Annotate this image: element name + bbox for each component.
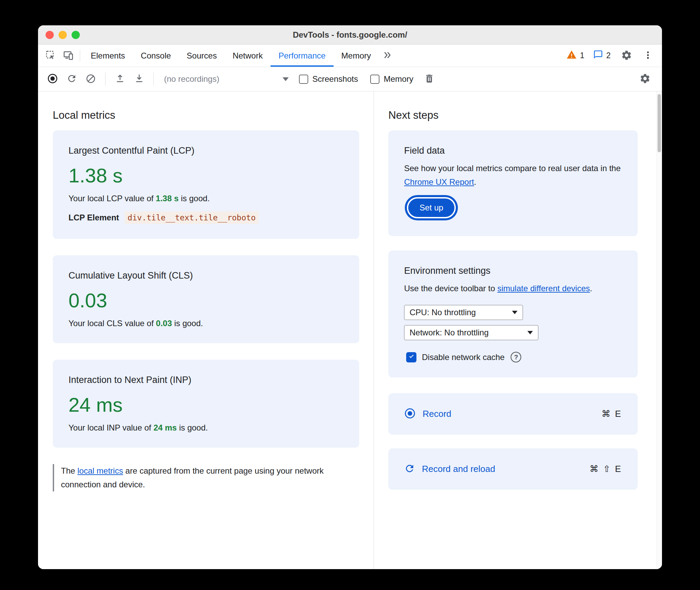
record-reload-card-left: Record and reload bbox=[404, 463, 495, 475]
memory-checkbox[interactable]: Memory bbox=[370, 74, 413, 84]
inspect-element-button[interactable] bbox=[41, 44, 59, 67]
device-toolbar-button[interactable] bbox=[59, 44, 77, 67]
scrollbar-thumb[interactable] bbox=[658, 94, 661, 152]
simulate-devices-link[interactable]: simulate different devices bbox=[497, 284, 590, 293]
inp-value: 24 ms bbox=[68, 394, 343, 416]
record-and-reload-button[interactable] bbox=[63, 73, 80, 85]
collect-garbage-button[interactable] bbox=[420, 73, 438, 85]
tab-sources[interactable]: Sources bbox=[179, 44, 225, 67]
minimize-window-button[interactable] bbox=[59, 31, 67, 39]
inp-desc-text: is good. bbox=[177, 423, 208, 432]
record-card-label: Record bbox=[423, 409, 451, 419]
gear-icon bbox=[639, 73, 651, 85]
kebab-menu-icon bbox=[643, 50, 653, 61]
record-card[interactable]: Record ⌘ E bbox=[388, 393, 638, 435]
environment-settings-description: Use the device toolbar to simulate diffe… bbox=[404, 282, 622, 295]
tab-console[interactable]: Console bbox=[133, 44, 179, 67]
record-shortcut: ⌘ E bbox=[601, 409, 622, 419]
field-data-text: See how your local metrics compare to re… bbox=[404, 164, 621, 173]
next-steps-column: Next steps Field data See how your local… bbox=[374, 91, 662, 569]
lcp-element-label: LCP Element bbox=[68, 213, 119, 222]
field-data-card: Field data See how your local metrics co… bbox=[388, 130, 638, 236]
inp-desc-text: Your local INP value of bbox=[68, 423, 153, 432]
recordings-dropdown[interactable]: (no recordings) bbox=[159, 74, 292, 84]
screenshots-checkbox-label: Screenshots bbox=[312, 74, 358, 84]
checkbox-unchecked-icon bbox=[299, 75, 308, 84]
checkmark-icon bbox=[408, 353, 415, 361]
cls-card-title: Cumulative Layout Shift (CLS) bbox=[68, 270, 343, 281]
inp-description: Your local INP value of 24 ms is good. bbox=[68, 423, 343, 433]
cpu-throttling-select[interactable]: CPU: No throttling bbox=[404, 305, 523, 320]
chevron-down-icon bbox=[283, 77, 289, 81]
save-profile-button[interactable] bbox=[130, 73, 148, 85]
checkbox-unchecked-icon bbox=[370, 75, 379, 84]
lcp-card-title: Largest Contentful Paint (LCP) bbox=[68, 145, 343, 156]
issues-counter[interactable]: 2 bbox=[593, 50, 611, 62]
issues-count-label: 2 bbox=[606, 51, 611, 60]
disable-cache-label: Disable network cache bbox=[422, 352, 504, 362]
reload-icon bbox=[404, 463, 415, 475]
disable-cache-checkbox[interactable] bbox=[406, 352, 416, 362]
toolbar-separator bbox=[105, 73, 105, 86]
warnings-counter[interactable]: 1 bbox=[566, 50, 584, 62]
chevron-down-icon bbox=[527, 331, 533, 334]
recordings-dropdown-value: (no recordings) bbox=[164, 74, 219, 84]
block-icon bbox=[86, 74, 96, 85]
load-profile-button[interactable] bbox=[111, 73, 129, 85]
record-and-reload-card[interactable]: Record and reload ⌘ ⇧ E bbox=[388, 448, 638, 490]
reload-icon bbox=[66, 73, 77, 85]
tab-network[interactable]: Network bbox=[225, 44, 271, 67]
lcp-value: 1.38 s bbox=[68, 164, 343, 187]
cls-description: Your local CLS value of 0.03 is good. bbox=[68, 319, 343, 328]
tab-label: Elements bbox=[91, 51, 125, 61]
lcp-description: Your local LCP value of 1.38 s is good. bbox=[68, 194, 343, 203]
issues-chat-bubble-icon bbox=[593, 50, 603, 62]
network-throttling-select[interactable]: Network: No throttling bbox=[404, 325, 538, 340]
screenshots-checkbox[interactable]: Screenshots bbox=[299, 74, 358, 84]
double-chevron-right-icon bbox=[383, 50, 393, 61]
cls-card: Cumulative Layout Shift (CLS) 0.03 Your … bbox=[53, 255, 359, 343]
scrollbar-track[interactable] bbox=[657, 91, 662, 569]
record-button[interactable] bbox=[43, 73, 61, 85]
chrome-ux-report-link[interactable]: Chrome UX Report bbox=[404, 177, 474, 187]
clear-recordings-button[interactable] bbox=[82, 74, 100, 85]
tab-elements[interactable]: Elements bbox=[83, 44, 133, 67]
set-up-button[interactable]: Set up bbox=[408, 198, 454, 217]
performance-toolbar: (no recordings) Screenshots Memory bbox=[38, 67, 662, 91]
capture-settings-button[interactable] bbox=[636, 73, 654, 85]
traffic-lights bbox=[46, 25, 80, 44]
local-metrics-column: Local metrics Largest Contentful Paint (… bbox=[38, 91, 374, 569]
lcp-element-row: LCP Element div.tile__text.tile__roboto bbox=[68, 211, 343, 224]
network-throttling-value: Network: No throttling bbox=[410, 328, 489, 337]
more-tabs-button[interactable] bbox=[379, 44, 397, 67]
tab-label: Network bbox=[233, 51, 263, 61]
help-icon[interactable]: ? bbox=[511, 352, 521, 362]
close-window-button[interactable] bbox=[46, 31, 54, 39]
record-reload-card-label: Record and reload bbox=[422, 464, 495, 474]
lcp-desc-text: is good. bbox=[179, 194, 210, 203]
window-title: DevTools - fonts.google.com/ bbox=[293, 30, 407, 40]
trash-icon bbox=[424, 73, 435, 85]
next-steps-heading: Next steps bbox=[388, 109, 638, 121]
tab-label: Sources bbox=[187, 51, 217, 61]
performance-panel-content: Local metrics Largest Contentful Paint (… bbox=[38, 91, 662, 569]
zoom-window-button[interactable] bbox=[72, 31, 80, 39]
inp-desc-value: 24 ms bbox=[153, 423, 177, 432]
environment-text: Use the device toolbar to bbox=[404, 284, 497, 293]
cpu-throttling-value: CPU: No throttling bbox=[410, 308, 476, 317]
inspect-cursor-icon bbox=[45, 50, 56, 62]
record-card-left: Record bbox=[404, 408, 451, 421]
devtools-settings-button[interactable] bbox=[620, 50, 633, 62]
warnings-count-label: 1 bbox=[580, 51, 584, 60]
tab-performance[interactable]: Performance bbox=[271, 44, 333, 67]
throttling-selects: CPU: No throttling Network: No throttlin… bbox=[404, 305, 622, 340]
lcp-element-selector-link[interactable]: div.tile__text.tile__roboto bbox=[125, 211, 259, 224]
tab-memory[interactable]: Memory bbox=[334, 44, 379, 67]
tab-label: Console bbox=[141, 51, 171, 61]
local-metrics-link[interactable]: local metrics bbox=[77, 466, 123, 475]
environment-settings-card: Environment settings Use the device tool… bbox=[388, 251, 638, 377]
tabbar-right-cluster: 1 2 bbox=[566, 44, 662, 67]
environment-text: . bbox=[590, 284, 592, 293]
more-options-button[interactable] bbox=[642, 50, 654, 61]
chevron-down-icon bbox=[512, 311, 517, 314]
